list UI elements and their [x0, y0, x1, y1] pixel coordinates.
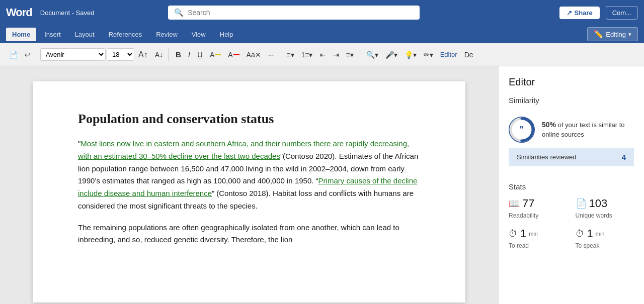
- increase-indent-button[interactable]: ⇥: [330, 49, 342, 61]
- toolbar-group-format: B I U A A Aa✕ ···: [171, 48, 279, 61]
- stat-speak-time: ⏱ 1 min To speak: [576, 227, 634, 249]
- unique-words-icon: 📄: [576, 198, 587, 209]
- read-time-icon: ⏱: [509, 229, 518, 239]
- tab-review[interactable]: Review: [150, 28, 184, 41]
- search-input[interactable]: [188, 9, 414, 17]
- toolbar: 📄 ↩ Avenir 18 A↑ A↓ B I U A A Aa✕ ··· ≡▾…: [0, 43, 644, 66]
- bold-button[interactable]: B: [173, 48, 184, 61]
- doc-heading: Population and conservation status: [78, 112, 420, 127]
- font-select[interactable]: Avenir: [40, 48, 106, 61]
- find-button[interactable]: 🔍▾: [363, 49, 381, 61]
- toolbar-group-font: Avenir 18 A↑ A↓: [38, 48, 169, 61]
- similarities-reviewed-count: 4: [622, 153, 626, 161]
- editor-toolbar-button[interactable]: Editor: [437, 49, 460, 60]
- similarity-card: " 50% of your text is similar to online …: [509, 112, 634, 148]
- editor-sidebar: Editor Similarity " 50% of your text is …: [498, 66, 644, 304]
- readability-value: 77: [522, 197, 534, 210]
- editor-title: Editor: [509, 76, 634, 88]
- similarity-description: 50% of your text is similar to online so…: [542, 120, 634, 139]
- similarity-label: Similarity: [509, 96, 634, 105]
- ribbon-tabs: Home Insert Layout References Review Vie…: [0, 25, 644, 43]
- speak-time-icon: ⏱: [576, 229, 585, 239]
- toolbar-group-paragraph: ≡▾ 1≡▾ ⇤ ⇥ ≡▾: [281, 49, 359, 61]
- read-time-value: 1: [520, 227, 526, 240]
- undo-button[interactable]: ↩: [22, 49, 34, 61]
- toolbar-group-file: 📄 ↩: [4, 49, 36, 61]
- stats-grid: 📖 77 Readability 📄 103 Unique words ⏱: [509, 197, 634, 249]
- doc-title: Document - Saved: [40, 9, 95, 17]
- tab-home[interactable]: Home: [6, 28, 36, 41]
- tab-insert[interactable]: Insert: [38, 28, 67, 41]
- stat-read-time: ⏱ 1 min To read: [509, 227, 568, 249]
- unique-words-label: Unique words: [576, 212, 634, 219]
- font-size-select[interactable]: 18: [107, 48, 134, 61]
- share-button[interactable]: ↗ Share: [559, 7, 600, 19]
- tab-layout[interactable]: Layout: [69, 28, 101, 41]
- voice-button[interactable]: 🎤▾: [382, 49, 400, 61]
- main-layout: Population and conservation status "Most…: [0, 66, 644, 304]
- stat-readability: 📖 77 Readability: [509, 197, 568, 219]
- similarity-quote-icon: ": [520, 125, 524, 135]
- speak-time-sub: min: [596, 231, 605, 237]
- tab-help[interactable]: Help: [214, 28, 239, 41]
- word-logo: Word: [6, 6, 32, 19]
- numbered-list-button[interactable]: 1≡▾: [298, 49, 316, 61]
- similarities-reviewed-label: Similarities reviewed: [517, 153, 576, 161]
- comment-button[interactable]: Com...: [606, 6, 638, 20]
- font-grow-button[interactable]: A↑: [135, 48, 151, 61]
- suggestions-button[interactable]: 💡▾: [401, 49, 420, 61]
- decrease-indent-button[interactable]: ⇤: [317, 49, 329, 61]
- similarity-circle: ": [509, 117, 535, 143]
- document-page: Population and conservation status "Most…: [33, 81, 465, 302]
- editor-title-section: Editor: [499, 66, 644, 88]
- unique-words-value: 103: [589, 197, 608, 210]
- similarity-section: Similarity " 50% of your text is similar…: [499, 96, 644, 174]
- pencil-icon: ✏️: [594, 30, 603, 39]
- stats-section: Stats 📖 77 Readability 📄 103 Unique word…: [499, 174, 644, 257]
- doc-paragraph-2: The remaining populations are often geog…: [78, 222, 420, 247]
- font-color-button[interactable]: A: [225, 49, 242, 61]
- more-format-button[interactable]: ···: [265, 49, 277, 61]
- highlight-button[interactable]: A: [207, 49, 224, 61]
- readability-label: Readability: [509, 212, 568, 219]
- readability-icon: 📖: [509, 198, 520, 209]
- share-icon: ↗: [567, 9, 572, 17]
- tab-references[interactable]: References: [103, 28, 148, 41]
- tab-view[interactable]: View: [186, 28, 212, 41]
- chevron-down-icon: ▾: [628, 31, 631, 38]
- search-bar[interactable]: 🔍: [168, 6, 420, 20]
- toolbar-group-tools: 🔍▾ 🎤▾ 💡▾ ✏▾ Editor De: [361, 49, 478, 61]
- clear-format-button[interactable]: Aa✕: [244, 49, 264, 61]
- doc-paragraph-1: "Most lions now live in eastern and sout…: [78, 138, 420, 213]
- new-doc-button[interactable]: 📄: [6, 49, 21, 61]
- editing-button[interactable]: ✏️ Editing ▾: [587, 27, 638, 41]
- track-changes-button[interactable]: ✏▾: [421, 49, 436, 61]
- title-bar-right: ↗ Share Com...: [559, 6, 638, 20]
- similarities-reviewed-row[interactable]: Similarities reviewed 4: [509, 148, 634, 166]
- speak-time-value: 1: [587, 227, 593, 240]
- document-area[interactable]: Population and conservation status "Most…: [0, 66, 498, 304]
- align-button[interactable]: ≡▾: [343, 49, 357, 61]
- stats-label: Stats: [509, 182, 634, 191]
- read-time-sub: min: [529, 231, 538, 237]
- dictate-button[interactable]: De: [461, 49, 476, 61]
- font-shrink-button[interactable]: A↓: [152, 49, 166, 61]
- stat-unique-words: 📄 103 Unique words: [576, 197, 634, 219]
- title-bar: Word Document - Saved 🔍 ↗ Share Com...: [0, 0, 644, 25]
- underline-button[interactable]: U: [194, 48, 206, 61]
- italic-button[interactable]: I: [185, 48, 193, 61]
- speak-time-label: To speak: [576, 242, 634, 249]
- bullet-list-button[interactable]: ≡▾: [283, 49, 297, 61]
- search-icon: 🔍: [174, 8, 184, 17]
- read-time-label: To read: [509, 242, 568, 249]
